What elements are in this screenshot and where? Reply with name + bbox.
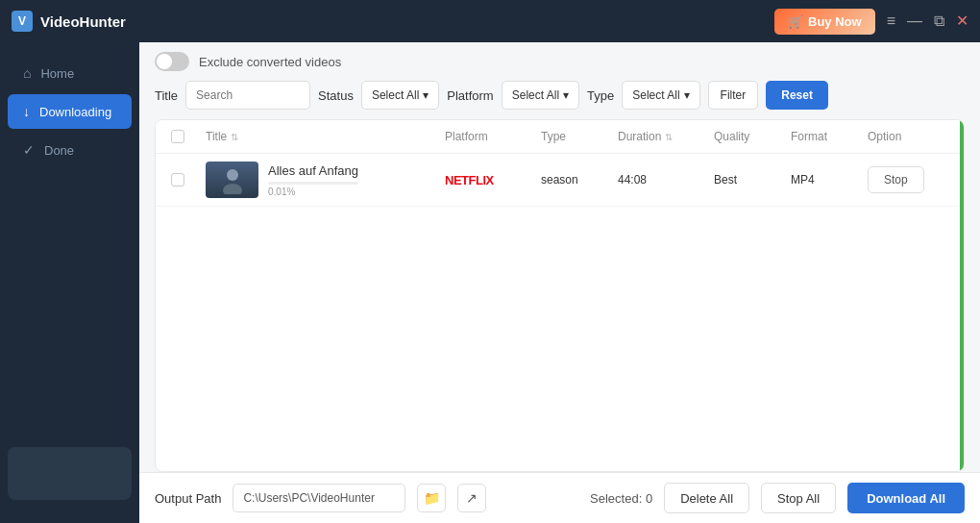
filter-row: Title Status Select All ▾ Platform Selec… — [139, 81, 980, 119]
th-checkbox — [163, 120, 198, 153]
output-path-label: Output Path — [155, 491, 221, 506]
open-folder-icon: ↗ — [466, 490, 478, 506]
output-path-value: C:\Users\PC\VideoHunter — [243, 491, 375, 505]
download-all-button[interactable]: Download All — [847, 483, 965, 513]
stop-all-button[interactable]: Stop All — [761, 483, 836, 513]
svg-point-1 — [223, 184, 242, 194]
minimize-button[interactable]: — — [907, 13, 922, 29]
exclude-row: Exclude converted videos — [139, 42, 980, 81]
stop-button[interactable]: Stop — [868, 166, 924, 193]
video-title-info: Alles auf Anfang 0.01% — [268, 163, 358, 197]
table-container: Title ⇅ Platform Type Duration ⇅ Quality — [155, 119, 965, 472]
logo-icon: V — [12, 11, 33, 32]
sidebar-item-home[interactable]: ⌂ Home — [8, 56, 132, 90]
row-checkbox[interactable] — [171, 173, 184, 187]
row-format: MP4 — [791, 173, 815, 187]
main-content: Exclude converted videos Title Status Se… — [139, 42, 980, 523]
cart-icon: 🛒 — [788, 14, 803, 29]
exclude-toggle[interactable] — [155, 52, 189, 71]
progress-text: 0.01% — [268, 187, 358, 197]
duration-sort-icon: ⇅ — [665, 132, 673, 142]
video-title: Alles auf Anfang — [268, 163, 358, 178]
chevron-down-icon-2: ▾ — [563, 88, 569, 102]
reset-button[interactable]: Reset — [766, 81, 828, 110]
th-option: Option — [860, 120, 956, 153]
maximize-button[interactable]: ⧉ — [934, 13, 944, 29]
video-thumbnail — [206, 162, 258, 198]
thumb-image — [206, 162, 258, 198]
sidebar-label-done: Done — [44, 143, 74, 158]
avatar — [8, 447, 132, 500]
selected-label: Selected: 0 — [590, 491, 652, 506]
sidebar-bottom — [0, 436, 139, 511]
th-quality: Quality — [706, 120, 783, 153]
type-select-all[interactable]: Select All ▾ — [622, 81, 699, 110]
home-icon: ⌂ — [23, 65, 31, 81]
done-icon: ✓ — [23, 142, 35, 158]
platform-filter-label: Platform — [447, 88, 493, 103]
table-row: Alles auf Anfang 0.01% NETFLIX seas — [156, 154, 964, 207]
sidebar-label-downloading: Downloading — [39, 105, 111, 119]
row-checkbox-cell — [163, 165, 198, 194]
exclude-label: Exclude converted videos — [199, 55, 341, 69]
row-type: season — [541, 173, 578, 187]
close-button[interactable]: ✕ — [956, 13, 968, 29]
table-side-accent — [960, 120, 964, 471]
row-type-cell: season — [533, 165, 610, 194]
sidebar: ⌂ Home ↓ Downloading ✓ Done — [0, 42, 139, 523]
th-format: Format — [783, 120, 860, 153]
row-format-cell: MP4 — [783, 165, 860, 194]
app-name: VideoHunter — [40, 13, 126, 30]
th-platform: Platform — [437, 120, 533, 153]
browse-path-button[interactable]: 📁 — [417, 484, 446, 512]
title-filter-label: Title — [155, 88, 178, 103]
open-folder-button[interactable]: ↗ — [457, 484, 486, 512]
row-duration-cell: 44:08 — [610, 165, 706, 194]
svg-point-0 — [227, 169, 238, 181]
netflix-logo: NETFLIX — [445, 173, 494, 187]
title-sort-icon: ⇅ — [231, 132, 238, 142]
window-controls: ≡ — ⧉ ✕ — [887, 13, 968, 29]
th-type: Type — [533, 120, 610, 153]
selected-count: 0 — [646, 491, 652, 506]
sidebar-item-done[interactable]: ✓ Done — [8, 133, 132, 167]
sidebar-item-downloading[interactable]: ↓ Downloading — [8, 94, 132, 129]
delete-all-button[interactable]: Delete All — [664, 483, 749, 513]
platform-select-all[interactable]: Select All ▾ — [502, 81, 579, 110]
app-logo: V VideoHunter — [12, 11, 126, 32]
status-filter-label: Status — [318, 88, 354, 103]
select-all-checkbox[interactable] — [171, 130, 184, 143]
row-quality: Best — [714, 173, 737, 187]
folder-icon: 📁 — [424, 490, 440, 506]
row-title-cell: Alles auf Anfang 0.01% — [198, 154, 437, 206]
sidebar-label-home: Home — [40, 66, 74, 81]
table-body: Alles auf Anfang 0.01% NETFLIX seas — [156, 154, 964, 471]
menu-button[interactable]: ≡ — [887, 13, 895, 29]
table-header: Title ⇅ Platform Type Duration ⇅ Quality — [156, 120, 964, 154]
row-platform-cell: NETFLIX — [437, 165, 533, 195]
bottom-bar: Output Path C:\Users\PC\VideoHunter 📁 ↗ … — [139, 472, 980, 523]
row-quality-cell: Best — [706, 165, 783, 194]
chevron-down-icon-3: ▾ — [684, 88, 690, 102]
output-path-display: C:\Users\PC\VideoHunter — [233, 484, 405, 512]
app-body: ⌂ Home ↓ Downloading ✓ Done Exclude conv… — [0, 42, 980, 523]
video-info: Alles auf Anfang 0.01% — [206, 162, 429, 198]
row-duration: 44:08 — [618, 173, 647, 187]
th-duration: Duration ⇅ — [610, 120, 706, 153]
download-icon: ↓ — [23, 104, 30, 119]
th-title: Title ⇅ — [198, 120, 437, 153]
type-filter-label: Type — [587, 88, 614, 103]
status-select-all[interactable]: Select All ▾ — [361, 81, 439, 110]
progress-bar-container — [268, 182, 358, 185]
row-option-cell: Stop — [860, 159, 956, 201]
filter-button[interactable]: Filter — [708, 81, 759, 110]
title-bar: V VideoHunter 🛒 Buy Now ≡ — ⧉ ✕ — [0, 0, 980, 42]
buy-now-button[interactable]: 🛒 Buy Now — [774, 9, 875, 35]
chevron-down-icon: ▾ — [423, 88, 429, 102]
search-input[interactable] — [185, 81, 310, 110]
